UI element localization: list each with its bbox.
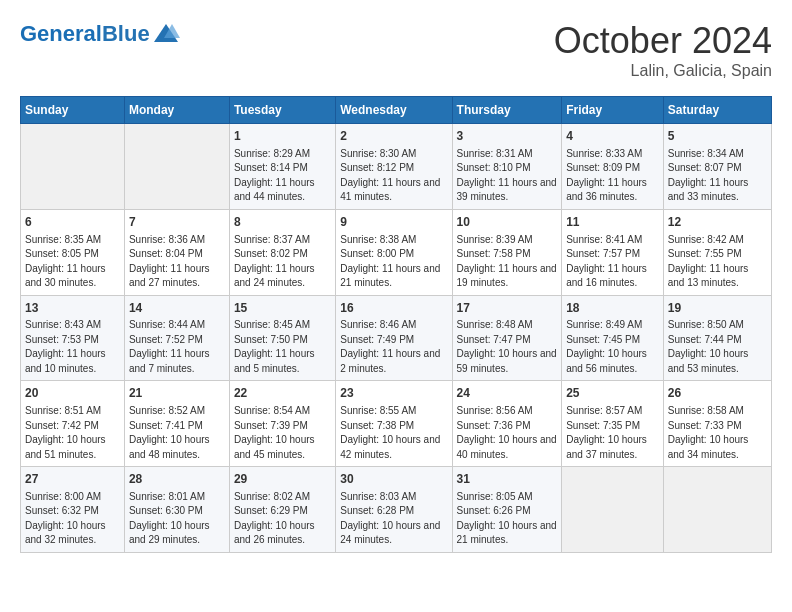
day-number: 22 (234, 385, 331, 402)
cell-content: Sunrise: 8:54 AM Sunset: 7:39 PM Dayligh… (234, 404, 331, 462)
calendar-cell: 19Sunrise: 8:50 AM Sunset: 7:44 PM Dayli… (663, 295, 771, 381)
cell-content: Sunrise: 8:05 AM Sunset: 6:26 PM Dayligh… (457, 490, 558, 548)
cell-content: Sunrise: 8:36 AM Sunset: 8:04 PM Dayligh… (129, 233, 225, 291)
cell-content: Sunrise: 8:45 AM Sunset: 7:50 PM Dayligh… (234, 318, 331, 376)
calendar-cell: 29Sunrise: 8:02 AM Sunset: 6:29 PM Dayli… (229, 467, 335, 553)
calendar-body: 1Sunrise: 8:29 AM Sunset: 8:14 PM Daylig… (21, 124, 772, 553)
cell-content: Sunrise: 8:55 AM Sunset: 7:38 PM Dayligh… (340, 404, 447, 462)
day-number: 20 (25, 385, 120, 402)
page-header: GeneralBlue October 2024 Lalin, Galicia,… (20, 20, 772, 80)
month-title: October 2024 (554, 20, 772, 62)
calendar-cell: 1Sunrise: 8:29 AM Sunset: 8:14 PM Daylig… (229, 124, 335, 210)
calendar-cell: 8Sunrise: 8:37 AM Sunset: 8:02 PM Daylig… (229, 209, 335, 295)
day-number: 15 (234, 300, 331, 317)
logo-text: GeneralBlue (20, 22, 150, 46)
weekday-header: Thursday (452, 97, 562, 124)
weekday-header: Tuesday (229, 97, 335, 124)
day-number: 26 (668, 385, 767, 402)
calendar-cell: 20Sunrise: 8:51 AM Sunset: 7:42 PM Dayli… (21, 381, 125, 467)
cell-content: Sunrise: 8:00 AM Sunset: 6:32 PM Dayligh… (25, 490, 120, 548)
day-number: 12 (668, 214, 767, 231)
calendar-cell: 31Sunrise: 8:05 AM Sunset: 6:26 PM Dayli… (452, 467, 562, 553)
calendar-cell: 18Sunrise: 8:49 AM Sunset: 7:45 PM Dayli… (562, 295, 664, 381)
calendar-cell: 16Sunrise: 8:46 AM Sunset: 7:49 PM Dayli… (336, 295, 452, 381)
calendar-cell: 25Sunrise: 8:57 AM Sunset: 7:35 PM Dayli… (562, 381, 664, 467)
calendar-cell: 30Sunrise: 8:03 AM Sunset: 6:28 PM Dayli… (336, 467, 452, 553)
day-number: 19 (668, 300, 767, 317)
weekday-header: Friday (562, 97, 664, 124)
cell-content: Sunrise: 8:42 AM Sunset: 7:55 PM Dayligh… (668, 233, 767, 291)
cell-content: Sunrise: 8:48 AM Sunset: 7:47 PM Dayligh… (457, 318, 558, 376)
calendar-cell: 22Sunrise: 8:54 AM Sunset: 7:39 PM Dayli… (229, 381, 335, 467)
calendar-cell: 15Sunrise: 8:45 AM Sunset: 7:50 PM Dayli… (229, 295, 335, 381)
calendar-cell: 12Sunrise: 8:42 AM Sunset: 7:55 PM Dayli… (663, 209, 771, 295)
calendar-cell: 17Sunrise: 8:48 AM Sunset: 7:47 PM Dayli… (452, 295, 562, 381)
cell-content: Sunrise: 8:57 AM Sunset: 7:35 PM Dayligh… (566, 404, 659, 462)
day-number: 4 (566, 128, 659, 145)
weekday-header: Saturday (663, 97, 771, 124)
week-row: 13Sunrise: 8:43 AM Sunset: 7:53 PM Dayli… (21, 295, 772, 381)
day-number: 8 (234, 214, 331, 231)
day-number: 2 (340, 128, 447, 145)
cell-content: Sunrise: 8:34 AM Sunset: 8:07 PM Dayligh… (668, 147, 767, 205)
cell-content: Sunrise: 8:41 AM Sunset: 7:57 PM Dayligh… (566, 233, 659, 291)
day-number: 1 (234, 128, 331, 145)
cell-content: Sunrise: 8:02 AM Sunset: 6:29 PM Dayligh… (234, 490, 331, 548)
day-number: 28 (129, 471, 225, 488)
header-row: SundayMondayTuesdayWednesdayThursdayFrid… (21, 97, 772, 124)
cell-content: Sunrise: 8:51 AM Sunset: 7:42 PM Dayligh… (25, 404, 120, 462)
day-number: 18 (566, 300, 659, 317)
title-block: October 2024 Lalin, Galicia, Spain (554, 20, 772, 80)
week-row: 1Sunrise: 8:29 AM Sunset: 8:14 PM Daylig… (21, 124, 772, 210)
calendar-cell (124, 124, 229, 210)
calendar-cell: 24Sunrise: 8:56 AM Sunset: 7:36 PM Dayli… (452, 381, 562, 467)
day-number: 31 (457, 471, 558, 488)
cell-content: Sunrise: 8:50 AM Sunset: 7:44 PM Dayligh… (668, 318, 767, 376)
day-number: 29 (234, 471, 331, 488)
weekday-header: Monday (124, 97, 229, 124)
cell-content: Sunrise: 8:43 AM Sunset: 7:53 PM Dayligh… (25, 318, 120, 376)
cell-content: Sunrise: 8:44 AM Sunset: 7:52 PM Dayligh… (129, 318, 225, 376)
day-number: 14 (129, 300, 225, 317)
day-number: 6 (25, 214, 120, 231)
cell-content: Sunrise: 8:01 AM Sunset: 6:30 PM Dayligh… (129, 490, 225, 548)
cell-content: Sunrise: 8:37 AM Sunset: 8:02 PM Dayligh… (234, 233, 331, 291)
cell-content: Sunrise: 8:30 AM Sunset: 8:12 PM Dayligh… (340, 147, 447, 205)
day-number: 10 (457, 214, 558, 231)
calendar-header: SundayMondayTuesdayWednesdayThursdayFrid… (21, 97, 772, 124)
calendar-cell: 6Sunrise: 8:35 AM Sunset: 8:05 PM Daylig… (21, 209, 125, 295)
day-number: 7 (129, 214, 225, 231)
day-number: 13 (25, 300, 120, 317)
day-number: 3 (457, 128, 558, 145)
day-number: 23 (340, 385, 447, 402)
calendar-cell: 11Sunrise: 8:41 AM Sunset: 7:57 PM Dayli… (562, 209, 664, 295)
day-number: 30 (340, 471, 447, 488)
cell-content: Sunrise: 8:46 AM Sunset: 7:49 PM Dayligh… (340, 318, 447, 376)
calendar-cell: 14Sunrise: 8:44 AM Sunset: 7:52 PM Dayli… (124, 295, 229, 381)
calendar-cell: 3Sunrise: 8:31 AM Sunset: 8:10 PM Daylig… (452, 124, 562, 210)
calendar-cell: 13Sunrise: 8:43 AM Sunset: 7:53 PM Dayli… (21, 295, 125, 381)
calendar-cell (562, 467, 664, 553)
calendar-cell: 9Sunrise: 8:38 AM Sunset: 8:00 PM Daylig… (336, 209, 452, 295)
calendar-cell: 27Sunrise: 8:00 AM Sunset: 6:32 PM Dayli… (21, 467, 125, 553)
calendar-cell: 26Sunrise: 8:58 AM Sunset: 7:33 PM Dayli… (663, 381, 771, 467)
calendar-cell: 2Sunrise: 8:30 AM Sunset: 8:12 PM Daylig… (336, 124, 452, 210)
day-number: 25 (566, 385, 659, 402)
logo: GeneralBlue (20, 20, 180, 48)
calendar-table: SundayMondayTuesdayWednesdayThursdayFrid… (20, 96, 772, 553)
cell-content: Sunrise: 8:52 AM Sunset: 7:41 PM Dayligh… (129, 404, 225, 462)
cell-content: Sunrise: 8:56 AM Sunset: 7:36 PM Dayligh… (457, 404, 558, 462)
day-number: 11 (566, 214, 659, 231)
cell-content: Sunrise: 8:38 AM Sunset: 8:00 PM Dayligh… (340, 233, 447, 291)
day-number: 17 (457, 300, 558, 317)
calendar-cell: 10Sunrise: 8:39 AM Sunset: 7:58 PM Dayli… (452, 209, 562, 295)
weekday-header: Sunday (21, 97, 125, 124)
cell-content: Sunrise: 8:33 AM Sunset: 8:09 PM Dayligh… (566, 147, 659, 205)
calendar-cell (21, 124, 125, 210)
day-number: 24 (457, 385, 558, 402)
week-row: 6Sunrise: 8:35 AM Sunset: 8:05 PM Daylig… (21, 209, 772, 295)
calendar-cell: 28Sunrise: 8:01 AM Sunset: 6:30 PM Dayli… (124, 467, 229, 553)
calendar-cell: 5Sunrise: 8:34 AM Sunset: 8:07 PM Daylig… (663, 124, 771, 210)
calendar-cell: 4Sunrise: 8:33 AM Sunset: 8:09 PM Daylig… (562, 124, 664, 210)
calendar-cell: 23Sunrise: 8:55 AM Sunset: 7:38 PM Dayli… (336, 381, 452, 467)
